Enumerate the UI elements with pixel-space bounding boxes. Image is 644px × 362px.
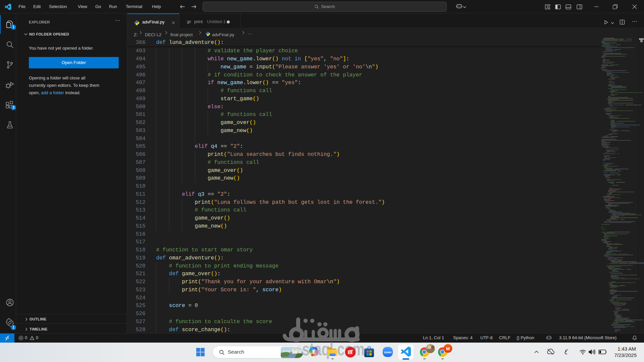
svg-text:M: M bbox=[446, 346, 450, 351]
svg-text:zoom: zoom bbox=[384, 351, 392, 354]
